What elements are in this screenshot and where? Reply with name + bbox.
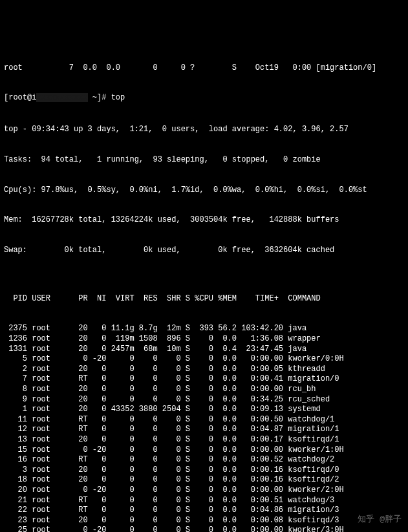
process-row: 22 root RT 0 0 0 0 S 0 0.0 0:04.86 migra… (4, 505, 404, 516)
process-row: 21 root RT 0 0 0 0 S 0 0.0 0:00.51 watch… (4, 496, 404, 506)
process-row: 16 root RT 0 0 0 0 S 0 0.0 0:00.52 watch… (4, 455, 404, 465)
process-row: 2 root 20 0 0 0 0 S 0 0.0 0:00.05 kthrea… (4, 365, 404, 375)
cpu-line: Cpu(s): 97.8%us, 0.5%sy, 0.0%ni, 1.7%id,… (4, 186, 404, 196)
process-row: 18 root 20 0 0 0 0 S 0 0.0 0:00.16 ksoft… (4, 475, 404, 485)
summary-line: top - 09:34:43 up 3 days, 1:21, 0 users,… (4, 125, 404, 135)
shell-prompt: [root@ixxxxxxxxxxx ~]# top (4, 93, 404, 103)
process-row: 20 root 0 -20 0 0 0 S 0 0.0 0:00.00 kwor… (4, 485, 404, 496)
process-row: 9 root 20 0 0 0 0 S 0 0.0 0:34.25 rcu_sc… (4, 395, 404, 405)
process-row: 13 root 20 0 0 0 0 S 0 0.0 0:00.17 ksoft… (4, 435, 404, 445)
process-row: 1331 root 20 0 2457m 68m 10m S 0 0.4 23:… (4, 345, 404, 355)
prompt-prefix: [root@i (4, 93, 36, 102)
process-row: 1236 root 20 0 119m 1508 896 S 0 0.0 1:3… (4, 334, 404, 345)
process-row: 25 root 0 -20 0 0 0 S 0 0.0 0:00.00 kwor… (4, 526, 404, 532)
tasks-line: Tasks: 94 total, 1 running, 93 sleeping,… (4, 155, 404, 165)
process-row: 7 root RT 0 0 0 0 S 0 0.0 0:00.41 migrat… (4, 374, 404, 385)
process-row: 3 root 20 0 0 0 0 S 0 0.0 0:00.16 ksofti… (4, 465, 404, 476)
top-header-section: root 7 0.0 0.0 0 0 ? S Oct19 0:00 [migra… (4, 43, 404, 266)
redacted-host: xxxxxxxxxxx (36, 93, 87, 102)
process-row: 23 root 20 0 0 0 0 S 0 0.0 0:00.08 ksoft… (4, 516, 404, 526)
prompt-suffix: ~]# top (88, 93, 125, 102)
process-row: 1 root 20 0 43352 3880 2504 S 0 0.0 0:09… (4, 405, 404, 415)
process-row: 8 root 20 0 0 0 0 S 0 0.0 0:00.00 rcu_bh (4, 385, 404, 395)
watermark: 知乎 @胖子 (358, 515, 402, 526)
process-table-header: PID USER PR NI VIRT RES SHR S %CPU %MEM … (4, 294, 404, 304)
process-row: 12 root RT 0 0 0 0 S 0 0.0 0:04.87 migra… (4, 425, 404, 435)
process-row: 5 root 0 -20 0 0 0 S 0 0.0 0:00.00 kwork… (4, 354, 404, 365)
first-row-line: root 7 0.0 0.0 0 0 ? S Oct19 0:00 [migra… (4, 63, 404, 74)
process-list: 2375 root 20 0 11.1g 8.7g 12m S 393 56.2… (4, 324, 404, 532)
process-row: 2375 root 20 0 11.1g 8.7g 12m S 393 56.2… (4, 324, 404, 334)
process-row: 11 root RT 0 0 0 0 S 0 0.0 0:00.50 watch… (4, 415, 404, 425)
mem-line: Mem: 16267728k total, 13264224k used, 30… (4, 215, 404, 226)
process-row: 15 root 0 -20 0 0 0 S 0 0.0 0:00.00 kwor… (4, 445, 404, 456)
swap-line: Swap: 0k total, 0k used, 0k free, 363260… (4, 246, 404, 256)
